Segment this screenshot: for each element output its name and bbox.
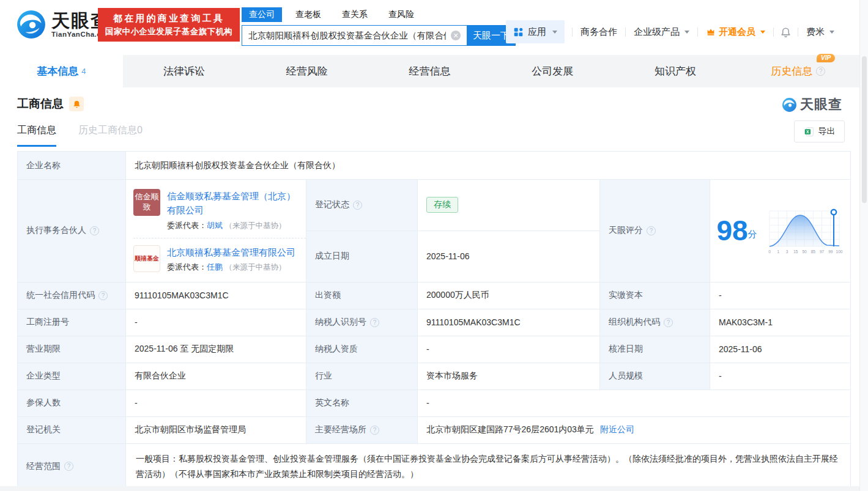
partner-representative: 委派代表：胡斌 （来源于中基协） <box>167 220 301 231</box>
field-label: 营业期限 <box>18 336 126 363</box>
divider <box>798 28 798 37</box>
tab-history-info[interactable]: 历史信息VIP? <box>736 55 859 87</box>
score-cell: 98 分 0131550859799100 <box>710 180 850 282</box>
field-label-text: 经营范围 <box>26 461 61 472</box>
established-label: 成立日期 <box>315 251 349 262</box>
tab-label: 基本信息 <box>37 64 78 78</box>
company-name-value: 北京朝阳顺禧科创股权投资基金合伙企业（有限合伙） <box>126 152 850 179</box>
partner-info: 信金顺致私募基金管理（北京）有限公司委派代表：胡斌 （来源于中基协） <box>167 189 301 231</box>
field-label-text: 营业期限 <box>26 344 61 355</box>
field-label: 纳税人识别号? <box>306 309 418 336</box>
tab-operating-risk[interactable]: 经营风险 <box>245 55 368 87</box>
tab-legal-proceedings[interactable]: 法律诉讼 <box>123 55 246 87</box>
field-label: 核准日期 <box>600 336 710 363</box>
field-label: 登记机关 <box>18 417 126 443</box>
tab-basic-info[interactable]: 基本信息4 <box>0 55 123 87</box>
help-icon[interactable]: ? <box>64 462 73 471</box>
field-value: 91110105MAK03C3M1C <box>418 309 600 336</box>
partner-name-link[interactable]: 信金顺致私募基金管理（北京）有限公司 <box>167 189 301 218</box>
bell-icon <box>780 26 792 38</box>
export-label: 导出 <box>818 126 836 137</box>
menu-open-vip[interactable]: 开通会员 <box>706 26 765 38</box>
subtab-business-info[interactable]: 工商信息 <box>17 124 56 147</box>
search-tab-relation[interactable]: 查关系 <box>335 7 375 22</box>
help-icon[interactable]: ? <box>90 226 99 235</box>
orange-bell-icon <box>72 100 81 109</box>
field-value: 北京市朝阳区市场监督管理局 <box>126 417 306 443</box>
partner-name-link[interactable]: 北京顺禧私募基金管理有限公司 <box>167 245 295 259</box>
user-menu[interactable]: 费米 <box>806 26 834 38</box>
field-value-text: MAK03C3M-1 <box>719 317 773 327</box>
top-menu: 应用 商务合作 企业级产品 开通会员 <box>506 20 842 43</box>
business-info-table: 企业名称 北京朝阳顺禧科创股权投资基金合伙企业（有限合伙） 执行事务合伙人 ? … <box>17 151 851 490</box>
tab-label-wrap: 经营信息 <box>409 64 451 78</box>
field-label: 行业 <box>306 363 418 389</box>
chart-tick-label: 0 <box>768 249 771 254</box>
export-button[interactable]: X 导出 <box>794 120 845 142</box>
clear-search-icon[interactable]: ✕ <box>451 31 461 40</box>
help-icon[interactable]: ? <box>816 67 825 76</box>
menu-business-cooperation[interactable]: 商务合作 <box>581 26 617 38</box>
field-value-text: - <box>135 398 138 408</box>
tab-company-development[interactable]: 公司发展 <box>491 55 614 87</box>
tab-operating-info[interactable]: 经营信息 <box>368 55 491 87</box>
search-tab-boss[interactable]: 查老板 <box>288 7 328 22</box>
status-label: 登记状态 <box>315 199 349 210</box>
field-label-text: 主要经营场所 <box>315 424 366 435</box>
crown-icon <box>706 27 716 37</box>
field-label-text: 行业 <box>315 371 332 382</box>
field-value: 2025-11-06 <box>710 336 850 363</box>
partner-item: 信金顺致信金顺致私募基金管理（北京）有限公司委派代表：胡斌 （来源于中基协） <box>133 182 306 238</box>
field-value-text: 2025-11-06 至 无固定期限 <box>135 344 234 355</box>
field-value-text: - <box>719 371 722 381</box>
representative-name-link[interactable]: 任鹏 <box>207 262 223 271</box>
field-value: 有限合伙企业 <box>126 363 306 389</box>
field-value: 200000万人民币 <box>418 282 600 309</box>
promo-banner: 都在用的商业查询工具 国家中小企业发展子基金旗下机构 <box>98 8 240 42</box>
help-icon[interactable]: ? <box>353 201 362 210</box>
tab-label-wrap: 经营风险 <box>286 64 328 78</box>
divider <box>697 28 698 37</box>
representative-label: 委派代表： <box>167 262 207 271</box>
tab-label-wrap: 公司发展 <box>532 64 573 78</box>
monitor-bell-button[interactable] <box>69 97 84 111</box>
section-title: 工商信息 <box>17 96 64 112</box>
field-value-text: - <box>426 344 429 354</box>
tab-intellectual-property[interactable]: 知识产权 <box>614 55 737 87</box>
help-icon[interactable]: ? <box>370 426 379 435</box>
search-tab-risk[interactable]: 查风险 <box>381 7 421 22</box>
cooperation-label: 商务合作 <box>581 26 617 38</box>
search-tabs: 查公司查老板查关系查风险 <box>242 7 516 22</box>
field-label: 工商注册号 <box>18 309 126 336</box>
field-value: - <box>710 363 850 389</box>
search-input[interactable] <box>242 25 467 46</box>
subtab-history-business-info[interactable]: 历史工商信息0 <box>78 124 143 147</box>
representative-name-link[interactable]: 胡斌 <box>207 221 223 230</box>
field-value: - <box>418 390 850 416</box>
tab-count: 4 <box>81 67 86 76</box>
field-label-text: 组织机构代码 <box>609 317 660 328</box>
score-value: 98 <box>716 216 747 245</box>
help-icon[interactable]: ? <box>98 291 108 300</box>
field-label-text: 统一社会信用代码 <box>26 290 95 301</box>
partner-avatar: 信金顺致 <box>133 189 160 216</box>
tab-label: 知识产权 <box>655 64 696 78</box>
help-icon[interactable]: ? <box>647 226 656 235</box>
watermark-text: 天眼查 <box>800 95 842 114</box>
notifications-bell[interactable] <box>780 26 792 38</box>
field-value: 一般项目：私募股权投资基金管理、创业投资基金管理服务（须在中国证券投资基金业协会… <box>126 444 850 489</box>
help-icon[interactable]: ? <box>664 318 673 327</box>
banner-line1: 都在用的商业查询工具 <box>98 13 240 24</box>
help-icon[interactable]: ? <box>370 318 379 327</box>
field-label: 执行事务合伙人 ? <box>18 180 126 282</box>
score-distribution-chart: 0131550859799100 <box>765 206 844 255</box>
scrollbar-thumb[interactable] <box>862 56 867 203</box>
apps-menu[interactable]: 应用 <box>506 20 565 43</box>
menu-enterprise-products[interactable]: 企业级产品 <box>634 26 689 38</box>
search-tab-company[interactable]: 查公司 <box>242 7 282 22</box>
nearby-companies-link[interactable]: 附近公司 <box>600 424 634 435</box>
vip-caret-icon <box>760 31 765 34</box>
tab-label: 历史信息 <box>771 64 812 78</box>
scrollbar-track[interactable] <box>859 0 868 491</box>
table-row: 企业类型有限合伙企业行业资本市场服务人员规模- <box>18 363 850 390</box>
